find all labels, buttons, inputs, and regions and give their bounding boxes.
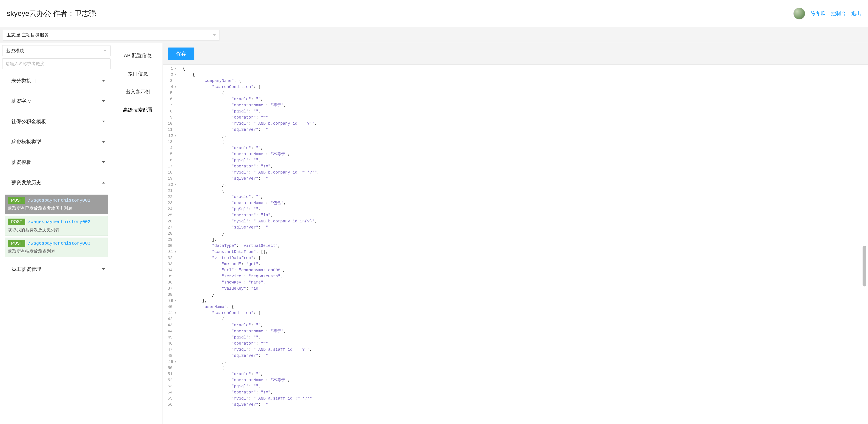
editor-gutter: 1 ▾2 ▾3 4 ▾5 6 7 8 9 10 11 12 ▾13 14 15 … [163,65,179,424]
line-number: 21 [163,188,179,194]
line-number: 1 ▾ [163,66,179,72]
tab-api-config[interactable]: API配置信息 [113,47,162,65]
line-number: 3 [163,78,179,84]
chevron-down-icon [102,121,105,122]
line-number: 48 [163,353,179,359]
api-desc: 获取所有已发放薪资发放历史列表 [8,205,105,211]
line-number: 7 [163,102,179,108]
line-number: 19 [163,176,179,182]
search-input[interactable] [2,58,111,69]
line-number: 56 [163,402,179,408]
line-number: 25 [163,212,179,218]
line-number: 54 [163,389,179,395]
scroll-thumb[interactable] [863,246,866,286]
user-name-link[interactable]: 陈冬瓜 [811,10,826,17]
line-number: 8 [163,108,179,114]
chevron-down-icon [102,100,105,102]
line-number: 15 [163,151,179,157]
fold-icon[interactable]: ▾ [175,72,177,78]
main-toolbar: 保存 [163,43,868,65]
tree-item[interactable]: 薪资模板 [2,152,111,172]
api-item[interactable]: POST/wagespaymenthistory001获取所有已发放薪资发放历史… [5,195,108,214]
line-number: 34 [163,267,179,273]
toolbar: 卫志强-主项目微服务 [0,27,868,43]
tab-params-example[interactable]: 出入参示例 [113,83,162,101]
tree-item-label: 薪资模板 [11,159,31,166]
line-number: 28 [163,231,179,237]
chevron-down-icon [102,161,105,163]
fold-icon[interactable]: ▾ [175,359,177,365]
line-number: 10 [163,121,179,127]
line-number: 31 ▾ [163,249,179,255]
module-select-value: 薪资模块 [6,48,24,54]
api-item[interactable]: POST/wagespaymenthistory002获取我的薪资发放历史列表 [5,216,108,236]
chevron-down-icon [102,141,105,143]
tree-item-label: 薪资模板类型 [11,139,41,145]
api-item[interactable]: POST/wagespaymenthistory003获取所有待发放薪资列表 [5,237,108,257]
line-number: 20 ▾ [163,182,179,188]
tree-item-label: 社保公积金模板 [11,118,46,125]
line-number: 30 [163,243,179,249]
line-number: 52 [163,377,179,383]
line-number: 32 [163,255,179,261]
code-editor[interactable]: 1 ▾2 ▾3 4 ▾5 6 7 8 9 10 11 12 ▾13 14 15 … [163,65,868,424]
line-number: 47 [163,347,179,353]
line-number: 55 [163,395,179,402]
module-select[interactable]: 薪资模块 [2,45,111,56]
chevron-down-icon [102,80,105,82]
line-number: 49 ▾ [163,359,179,365]
line-number: 22 [163,194,179,200]
sidebar-left: 薪资模块 未分类接口薪资字段社保公积金模板薪资模板类型薪资模板薪资发放历史POS… [0,43,113,424]
console-link[interactable]: 控制台 [831,10,846,17]
line-number: 38 [163,292,179,298]
method-badge: POST [8,197,25,204]
line-number: 27 [163,224,179,231]
tab-interface-info[interactable]: 接口信息 [113,65,162,83]
scrollbar-vertical[interactable] [861,65,867,424]
fold-icon[interactable]: ▾ [175,182,177,188]
line-number: 12 ▾ [163,133,179,139]
line-number: 36 [163,279,179,285]
tab-advanced-search[interactable]: 高级搜索配置 [113,101,162,119]
fold-icon[interactable]: ▾ [175,310,177,316]
line-number: 51 [163,371,179,377]
line-number: 14 [163,145,179,151]
line-number: 39 ▾ [163,298,179,304]
tree-item[interactable]: 薪资模板类型 [2,132,111,152]
line-number: 44 [163,328,179,334]
line-number: 41 ▾ [163,310,179,316]
body: 薪资模块 未分类接口薪资字段社保公积金模板薪资模板类型薪资模板薪资发放历史POS… [0,43,868,424]
tree-item-label: 员工薪资管理 [11,266,41,273]
tree-item[interactable]: 薪资发放历史 [2,172,111,193]
line-number: 4 ▾ [163,84,179,90]
line-number: 11 [163,127,179,133]
line-number: 26 [163,218,179,224]
line-number: 23 [163,200,179,206]
api-path: /wagespaymenthistory001 [28,198,90,203]
tree-item[interactable]: 薪资字段 [2,91,111,111]
main-area: 保存 1 ▾2 ▾3 4 ▾5 6 7 8 9 10 11 12 ▾13 14 … [163,43,868,424]
line-number: 2 ▾ [163,72,179,78]
line-number: 43 [163,322,179,328]
line-number: 5 [163,90,179,96]
line-number: 33 [163,261,179,267]
tree-item[interactable]: 员工薪资管理 [2,259,111,279]
fold-icon[interactable]: ▾ [175,249,177,255]
line-number: 9 [163,114,179,121]
chevron-down-icon [213,34,216,36]
tree-item-label: 未分类接口 [11,77,36,84]
fold-icon[interactable]: ▾ [175,84,177,90]
avatar[interactable] [794,8,805,20]
fold-icon[interactable]: ▾ [175,133,177,139]
tree-item[interactable]: 社保公积金模板 [2,111,111,132]
line-number: 29 [163,237,179,243]
logout-link[interactable]: 退出 [851,10,861,17]
save-button[interactable]: 保存 [168,48,194,60]
line-number: 24 [163,206,179,212]
fold-icon[interactable]: ▾ [175,298,177,304]
line-number: 37 [163,285,179,292]
tree-item[interactable]: 未分类接口 [2,70,111,91]
editor-code[interactable]: { { "companyName": { "searchCondition": … [179,65,868,424]
fold-icon[interactable]: ▾ [175,66,177,72]
project-select[interactable]: 卫志强-主项目微服务 [3,30,220,40]
